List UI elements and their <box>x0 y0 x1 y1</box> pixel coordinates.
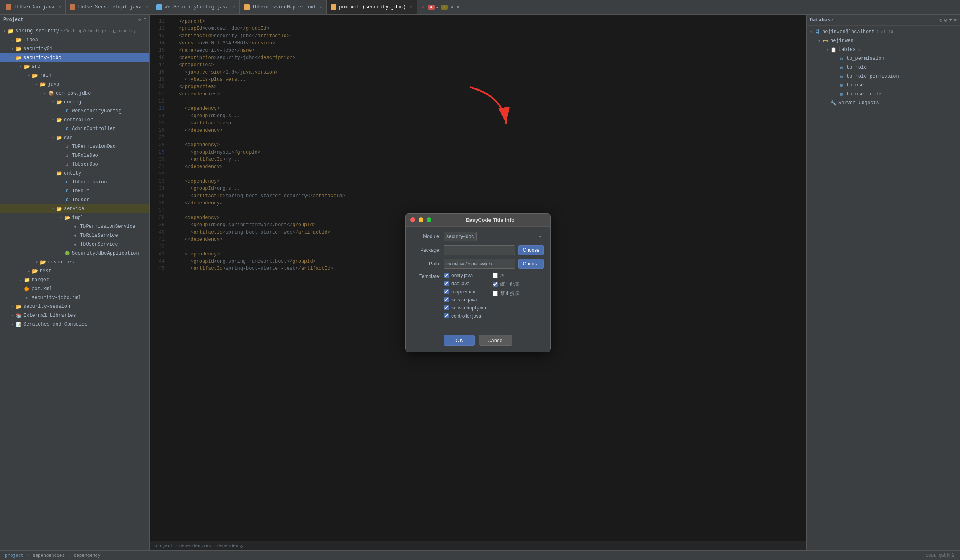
checkbox-unified-input[interactable] <box>493 282 498 287</box>
tab-close-icon[interactable]: × <box>233 5 235 9</box>
collapse-icon[interactable]: ≡ <box>143 17 146 22</box>
db-tree-item-tb-permission[interactable]: ▸ ⊞ tb_permission <box>807 54 960 63</box>
tree-item-config[interactable]: ▾ 📂 config <box>0 98 149 107</box>
tree-item-security01[interactable]: ▸ 📂 security01 <box>0 44 149 53</box>
tree-item-src[interactable]: ▾ 📂 src <box>0 62 149 71</box>
tree-item-target[interactable]: ▸ 📁 target <box>0 276 149 284</box>
maximize-window-button[interactable] <box>427 217 431 222</box>
tree-item-tbroledao[interactable]: ▸ I TbRoleDao <box>0 151 149 160</box>
tree-item-service[interactable]: ▾ 📂 service <box>0 204 149 213</box>
tree-item-tbpermissionservice[interactable]: ▸ ◆ TbPermissionService <box>0 222 149 231</box>
checkbox-service[interactable]: service.java <box>444 297 486 303</box>
path-input[interactable]: main/java/com/csw/jdbc <box>444 259 515 269</box>
checkbox-mapper[interactable]: mapper.xml <box>444 289 486 295</box>
db-tree-item-connection[interactable]: ▾ 🗄 hejinwen@localhost 1 of 10 <box>807 27 960 36</box>
db-tree-item-tables[interactable]: ▾ 📋 tables 5 <box>807 45 960 54</box>
tab-tbuserdao[interactable]: TbUserDao.java × <box>2 0 66 14</box>
db-tree-item-schema[interactable]: ▾ 🗃 hejinwen <box>807 36 960 45</box>
tree-item-spring-security[interactable]: ▾ 📁 spring_security ~/Desktop/cloud/spri… <box>0 27 149 36</box>
tree-label: TbPermissionService <box>80 224 135 229</box>
checkbox-controller[interactable]: controller.java <box>444 313 486 319</box>
tree-item-admincontroller[interactable]: ▸ C AdminController <box>0 124 149 133</box>
tree-item-tbuserdao[interactable]: ▸ I TbUserDao <box>0 160 149 169</box>
tab-tbpermissionmapper[interactable]: TbPermissionMapper.xml × <box>240 0 327 14</box>
checkbox-all[interactable]: All <box>493 273 520 278</box>
db-add-icon[interactable]: + <box>949 17 952 23</box>
tree-item-tbpermissiondao[interactable]: ▸ I TbPermissionDao <box>0 142 149 151</box>
tree-label: entity <box>64 171 81 176</box>
minimize-window-button[interactable] <box>419 217 423 222</box>
checkbox-serviceimpl-input[interactable] <box>444 305 449 310</box>
checkbox-unified[interactable]: 统一配置 <box>493 281 520 288</box>
checkbox-dao[interactable]: dao.java <box>444 281 486 286</box>
package-row: Package: Choose <box>412 245 544 255</box>
easycode-modal: EasyCode Title Info Module: security-jdb… <box>405 213 551 352</box>
tree-item-tbuser[interactable]: ▸ C TbUser <box>0 196 149 204</box>
tab-close-icon[interactable]: × <box>59 5 61 9</box>
db-settings-icon[interactable]: ⚙ <box>944 17 947 23</box>
tab-close-icon[interactable]: × <box>320 5 322 9</box>
checkbox-entity[interactable]: entity.java <box>444 273 486 278</box>
tree-arrow: ▸ <box>825 101 830 105</box>
tree-item-test[interactable]: ▸ 📂 test <box>0 267 149 276</box>
checkbox-service-input[interactable] <box>444 297 449 302</box>
db-tree-item-tb-user[interactable]: ▸ ⊞ tb_user <box>807 81 960 90</box>
tree-item-tbpermission[interactable]: ▸ C TbPermission <box>0 178 149 187</box>
tree-item-websecurityconfig[interactable]: ▸ C WebSecurityConfig <box>0 107 149 116</box>
tree-item-main[interactable]: ▾ 📂 main <box>0 71 149 80</box>
package-choose-button[interactable]: Choose <box>518 245 544 255</box>
db-tree-item-tb-role-permission[interactable]: ▸ ⊞ tb_role_permission <box>807 72 960 81</box>
db-table-icon: ⊞ <box>838 73 845 80</box>
tree-item-idea[interactable]: ▸ 📂 .idea <box>0 36 149 44</box>
tab-pomxml[interactable]: pom.xml (security-jdbc) × <box>327 0 417 14</box>
tree-label: com.csw.jdbc <box>56 91 91 96</box>
checkbox-disable-hint[interactable]: 禁止提示 <box>493 290 520 297</box>
tree-item-tbuserservice[interactable]: ▸ ◆ TbUserService <box>0 240 149 249</box>
tree-item-controller[interactable]: ▾ 📂 controller <box>0 116 149 124</box>
ok-button[interactable]: OK <box>444 335 475 346</box>
tab-tbuserserviceimpl[interactable]: TbUserServiceImpl.java × <box>66 0 152 14</box>
tree-item-security-jdbc[interactable]: ▾ 📂 security-jdbc <box>0 53 149 62</box>
tree-item-java[interactable]: ▾ 📂 java <box>0 80 149 89</box>
tree-item-impl[interactable]: ▾ 📂 impl <box>0 213 149 222</box>
checkbox-serviceimpl[interactable]: serivceImpl.java <box>444 305 486 311</box>
tree-item-resources[interactable]: ▾ 📂 resources <box>0 258 149 267</box>
checkbox-controller-input[interactable] <box>444 313 449 318</box>
checkbox-all-input[interactable] <box>493 273 498 278</box>
tree-label: security-jdbc.iml <box>32 295 81 301</box>
tree-item-securityjdbcapp[interactable]: ▸ 🟢 SecurityJdbcApplication <box>0 249 149 258</box>
tab-close-icon[interactable]: × <box>410 5 412 9</box>
database-title: Database <box>810 17 833 23</box>
tab-close-icon[interactable]: × <box>146 5 148 9</box>
tree-item-scratches[interactable]: ▸ 📝 Scratches and Consoles <box>0 320 149 329</box>
tree-item-iml[interactable]: ▸ ◈ security-jdbc.iml <box>0 293 149 302</box>
tree-item-dao[interactable]: ▾ 📂 dao <box>0 133 149 142</box>
cancel-button[interactable]: Cancel <box>479 335 512 346</box>
package-input[interactable] <box>444 245 515 255</box>
db-tree-item-tb-role[interactable]: ▸ ⊞ tb_role <box>807 63 960 72</box>
tree-item-security-session[interactable]: ▸ 📂 security-session <box>0 302 149 311</box>
module-select[interactable]: security-jdbc <box>444 232 477 241</box>
db-tree-item-tb-user-role[interactable]: ▸ ⊞ tb_user_role <box>807 90 960 99</box>
db-tree-item-server-objects[interactable]: ▸ 🔧 Server Objects <box>807 99 960 107</box>
db-more-icon[interactable]: ≡ <box>954 17 957 23</box>
tree-item-tbroleservice[interactable]: ▸ ◆ TbRoleService <box>0 231 149 240</box>
checkbox-dao-label: dao.java <box>451 281 469 286</box>
checkbox-entity-input[interactable] <box>444 273 449 278</box>
module-row: Module: security-jdbc <box>412 232 544 241</box>
path-choose-button[interactable]: Choose <box>518 259 544 269</box>
tree-item-external-libraries[interactable]: ▸ 📚 External Libraries <box>0 311 149 320</box>
tree-item-tbrole[interactable]: ▸ C TbRole <box>0 187 149 196</box>
checkbox-disable-hint-input[interactable] <box>493 291 498 296</box>
checkbox-dao-input[interactable] <box>444 281 449 286</box>
close-window-button[interactable] <box>410 217 415 222</box>
tab-websecurityconfig[interactable]: WebSecurityConfig.java × <box>152 0 239 14</box>
tree-item-entity[interactable]: ▾ 📂 entity <box>0 169 149 178</box>
tree-item-com-csw-jdbc[interactable]: ▾ 📦 com.csw.jdbc <box>0 89 149 98</box>
db-refresh-icon[interactable]: ↻ <box>939 17 943 23</box>
checkbox-mapper-input[interactable] <box>444 289 449 294</box>
settings-icon[interactable]: ⚙ <box>138 17 141 22</box>
module-select-wrapper: security-jdbc <box>444 232 544 241</box>
tree-item-pomxml[interactable]: ▸ 🔶 pom.xml <box>0 284 149 293</box>
db-table-label: tb_user_role <box>846 91 881 97</box>
